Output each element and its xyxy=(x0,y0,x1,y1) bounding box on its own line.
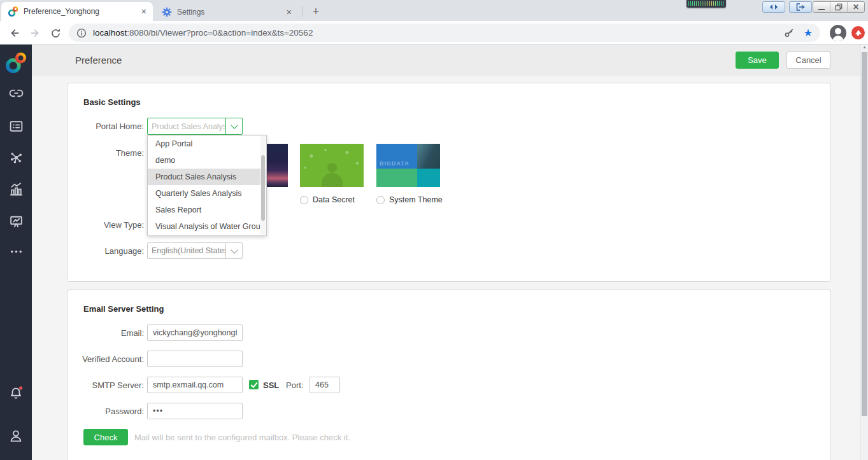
cancel-button[interactable]: Cancel xyxy=(786,52,830,69)
sidebar-item-data-prep[interactable] xyxy=(0,144,32,170)
scrollbar-up-arrow[interactable]: ▲ xyxy=(861,45,868,49)
tab-close-icon[interactable]: × xyxy=(287,8,292,17)
port-label: Port: xyxy=(286,380,303,390)
gear-icon xyxy=(162,7,172,17)
theme-thumbnail-system[interactable]: BIGDATA xyxy=(376,144,440,187)
url-path: :8080/bi/Viewer?proc=0&action=index&ts=2… xyxy=(127,28,313,38)
sidebar-item-home[interactable] xyxy=(0,48,32,78)
bell-icon xyxy=(8,385,24,401)
sidebar-item-dashboard[interactable] xyxy=(0,208,32,233)
exit-icon xyxy=(796,3,805,11)
dropdown-option[interactable]: App Portal xyxy=(148,136,266,152)
extension-icon[interactable] xyxy=(851,26,865,39)
tab-title: Preference_Yonghong xyxy=(24,7,136,16)
sidebar-item-user[interactable] xyxy=(0,423,32,449)
back-arrow-icon xyxy=(9,27,20,39)
dropdown-option[interactable]: Sales Report xyxy=(148,202,266,218)
notification-dot xyxy=(19,386,22,389)
verified-account-input[interactable] xyxy=(147,351,243,367)
quadrant-blue: BIGDATA xyxy=(376,144,417,169)
quadrant-dark xyxy=(417,144,440,169)
basic-settings-card: Basic Settings Portal Home: Product Sale… xyxy=(67,83,831,282)
email-label: Email: xyxy=(68,328,144,338)
tab-preference[interactable]: Preference_Yonghong × xyxy=(1,2,153,21)
theme-option-data-secret: Data Secret xyxy=(300,195,355,204)
tab-divider xyxy=(302,6,302,17)
url-host: localhost xyxy=(93,28,127,38)
ssl-label: SSL xyxy=(263,380,279,390)
dropdown-option[interactable]: demo xyxy=(148,152,266,169)
dropdown-option[interactable]: Quarterly Sales Analysis xyxy=(148,185,266,202)
forward-button[interactable] xyxy=(28,26,42,40)
sidebar-item-notifications[interactable] xyxy=(0,380,32,406)
minimize-button[interactable] xyxy=(813,2,830,12)
reload-button[interactable] xyxy=(48,26,62,40)
user-icon xyxy=(8,428,24,444)
dropdown-scrollbar-thumb[interactable] xyxy=(261,155,265,221)
connection-link-icon xyxy=(8,85,24,101)
app-sidebar xyxy=(0,45,32,460)
password-label: Password: xyxy=(68,407,144,416)
left-right-arrows-icon xyxy=(769,4,778,10)
scrollbar-thumb[interactable] xyxy=(862,52,867,416)
theme-thumbnail-data-secret[interactable] xyxy=(300,144,364,187)
check-button[interactable]: Check xyxy=(83,429,128,445)
minimize-icon xyxy=(818,9,825,10)
sidebar-item-analysis[interactable] xyxy=(0,176,32,202)
portal-home-dropdown-toggle[interactable] xyxy=(225,118,242,134)
language-value: English(United States) xyxy=(148,246,225,255)
sidebar-item-connection[interactable] xyxy=(0,80,32,106)
smtp-server-label: SMTP Server: xyxy=(68,380,144,390)
dashboard-board-icon xyxy=(8,213,24,229)
chevron-down-icon xyxy=(231,122,238,129)
reload-icon xyxy=(50,28,61,39)
dropdown-option-selected[interactable]: Product Sales Analysis xyxy=(148,169,266,185)
forward-arrow-icon xyxy=(29,27,41,39)
page-content: Basic Settings Portal Home: Product Sale… xyxy=(32,76,860,460)
screen: Preference_Yonghong × Settings × + xyxy=(0,0,868,460)
dropdown-scrollbar xyxy=(260,136,266,235)
save-button[interactable]: Save xyxy=(736,52,779,69)
data-secret-radio[interactable] xyxy=(300,196,308,204)
close-button[interactable]: ✕ xyxy=(847,2,864,12)
key-icon[interactable] xyxy=(783,27,795,39)
yonghong-favicon-icon xyxy=(8,6,18,17)
yonghong-logo xyxy=(5,52,27,74)
restore-icon xyxy=(835,3,843,11)
back-button[interactable] xyxy=(8,26,22,40)
email-input[interactable] xyxy=(147,324,243,341)
url-bar[interactable]: localhost:8080/bi/Viewer?proc=0&action=i… xyxy=(69,24,820,42)
port-input[interactable] xyxy=(309,377,340,393)
browser-tab-bar: Preference_Yonghong × Settings × + xyxy=(0,0,868,21)
dropdown-option[interactable]: Visual Analysis of Water Group xyxy=(148,218,266,235)
meter-bars xyxy=(688,1,724,6)
dataset-list-icon xyxy=(8,118,24,134)
page-title: Preference xyxy=(75,55,122,66)
quadrant-teal xyxy=(417,169,440,187)
close-icon: ✕ xyxy=(853,3,859,11)
vm-exit-button[interactable] xyxy=(789,1,812,13)
password-input[interactable] xyxy=(147,403,243,419)
data-network-icon xyxy=(8,150,24,165)
portal-home-combobox[interactable]: Product Sales Analysis xyxy=(147,118,243,135)
language-label: Language: xyxy=(68,246,144,256)
browser-nav-bar: localhost:8080/bi/Viewer?proc=0&action=i… xyxy=(0,21,868,45)
bookmark-star-icon[interactable]: ★ xyxy=(804,27,813,39)
language-dropdown-toggle[interactable] xyxy=(225,243,242,258)
tab-settings[interactable]: Settings × xyxy=(155,3,298,21)
verified-account-label: Verified Account: xyxy=(68,354,144,364)
tab-close-icon[interactable]: × xyxy=(141,7,146,16)
vm-switch-button[interactable] xyxy=(762,1,785,13)
system-theme-radio[interactable] xyxy=(376,196,385,204)
ssl-checkbox[interactable] xyxy=(249,380,259,389)
restore-button[interactable] xyxy=(830,2,847,12)
sidebar-item-dataset[interactable] xyxy=(0,113,32,139)
sidebar-item-more[interactable] xyxy=(0,239,32,264)
portal-home-dropdown-list: App Portal demo Product Sales Analysis Q… xyxy=(147,135,267,236)
language-select[interactable]: English(United States) xyxy=(147,242,243,259)
profile-avatar[interactable] xyxy=(830,25,846,41)
smtp-server-input[interactable] xyxy=(147,377,243,393)
basic-settings-heading: Basic Settings xyxy=(83,97,141,107)
page-scrollbar[interactable]: ▲ xyxy=(860,45,868,460)
new-tab-button[interactable]: + xyxy=(308,4,324,19)
